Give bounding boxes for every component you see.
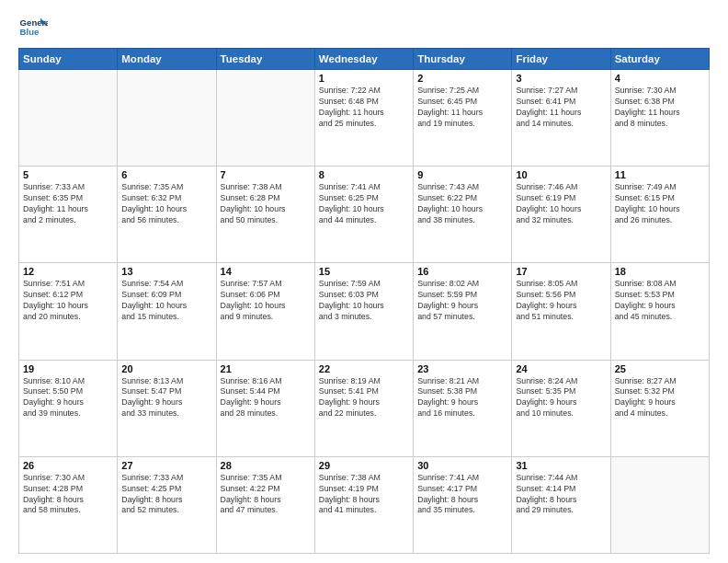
day-info: Sunrise: 8:24 AMSunset: 5:35 PMDaylight:… — [516, 376, 606, 420]
day-info: Sunrise: 8:10 AMSunset: 5:50 PMDaylight:… — [23, 376, 113, 420]
day-number: 18 — [615, 266, 705, 277]
calendar-cell — [19, 70, 118, 167]
day-number: 22 — [319, 363, 409, 374]
day-info: Sunrise: 7:54 AMSunset: 6:09 PMDaylight:… — [121, 279, 211, 323]
day-number: 31 — [516, 460, 606, 471]
calendar-cell: 29Sunrise: 7:38 AMSunset: 4:19 PMDayligh… — [314, 456, 413, 553]
calendar-cell: 11Sunrise: 7:49 AMSunset: 6:15 PMDayligh… — [610, 167, 709, 263]
day-number: 23 — [417, 363, 507, 374]
calendar-cell — [610, 456, 709, 553]
calendar-cell: 4Sunrise: 7:30 AMSunset: 6:38 PMDaylight… — [610, 70, 709, 167]
day-info: Sunrise: 7:30 AMSunset: 6:38 PMDaylight:… — [615, 86, 705, 130]
calendar-header-thursday: Thursday — [414, 49, 512, 70]
day-info: Sunrise: 7:41 AMSunset: 4:17 PMDaylight:… — [417, 473, 507, 517]
calendar-cell: 28Sunrise: 7:35 AMSunset: 4:22 PMDayligh… — [216, 456, 314, 553]
day-info: Sunrise: 8:19 AMSunset: 5:41 PMDaylight:… — [319, 376, 409, 420]
day-number: 15 — [319, 266, 409, 277]
calendar-week-1: 5Sunrise: 7:33 AMSunset: 6:35 PMDaylight… — [19, 167, 710, 263]
day-number: 11 — [615, 169, 705, 180]
svg-text:Blue: Blue — [20, 27, 40, 37]
day-number: 21 — [221, 363, 311, 374]
day-number: 29 — [319, 460, 409, 471]
day-number: 3 — [516, 73, 606, 84]
day-number: 27 — [121, 460, 211, 471]
calendar-cell: 24Sunrise: 8:24 AMSunset: 5:35 PMDayligh… — [512, 360, 610, 456]
day-number: 30 — [417, 460, 507, 471]
day-number: 24 — [516, 363, 606, 374]
calendar-cell: 5Sunrise: 7:33 AMSunset: 6:35 PMDaylight… — [19, 167, 118, 263]
day-info: Sunrise: 7:35 AMSunset: 4:22 PMDaylight:… — [221, 473, 311, 517]
day-number: 13 — [121, 266, 211, 277]
day-number: 4 — [615, 73, 705, 84]
day-number: 5 — [23, 169, 113, 180]
day-info: Sunrise: 8:27 AMSunset: 5:32 PMDaylight:… — [615, 376, 705, 420]
day-info: Sunrise: 7:49 AMSunset: 6:15 PMDaylight:… — [615, 182, 705, 226]
day-number: 2 — [417, 73, 507, 84]
day-info: Sunrise: 7:33 AMSunset: 6:35 PMDaylight:… — [23, 182, 113, 226]
calendar-header-row: SundayMondayTuesdayWednesdayThursdayFrid… — [19, 49, 710, 70]
day-number: 12 — [23, 266, 113, 277]
logo: General Blue — [18, 15, 48, 40]
calendar-cell: 6Sunrise: 7:35 AMSunset: 6:32 PMDaylight… — [118, 167, 216, 263]
calendar-cell: 12Sunrise: 7:51 AMSunset: 6:12 PMDayligh… — [19, 263, 118, 360]
day-number: 26 — [23, 460, 113, 471]
day-number: 9 — [417, 169, 507, 180]
day-info: Sunrise: 8:21 AMSunset: 5:38 PMDaylight:… — [417, 376, 507, 420]
calendar-cell: 2Sunrise: 7:25 AMSunset: 6:45 PMDaylight… — [414, 70, 512, 167]
calendar-table: SundayMondayTuesdayWednesdayThursdayFrid… — [18, 48, 710, 554]
page: General Blue SundayMondayTuesdayWednesda… — [0, 0, 728, 563]
calendar-cell — [216, 70, 314, 167]
calendar-week-0: 1Sunrise: 7:22 AMSunset: 6:48 PMDaylight… — [19, 70, 710, 167]
day-info: Sunrise: 7:30 AMSunset: 4:28 PMDaylight:… — [23, 473, 113, 517]
calendar-cell: 31Sunrise: 7:44 AMSunset: 4:14 PMDayligh… — [512, 456, 610, 553]
calendar-cell: 22Sunrise: 8:19 AMSunset: 5:41 PMDayligh… — [314, 360, 413, 456]
calendar-cell: 23Sunrise: 8:21 AMSunset: 5:38 PMDayligh… — [414, 360, 512, 456]
day-info: Sunrise: 7:59 AMSunset: 6:03 PMDaylight:… — [319, 279, 409, 323]
calendar-cell: 15Sunrise: 7:59 AMSunset: 6:03 PMDayligh… — [314, 263, 413, 360]
day-info: Sunrise: 8:08 AMSunset: 5:53 PMDaylight:… — [615, 279, 705, 323]
calendar-cell — [118, 70, 216, 167]
calendar-header-sunday: Sunday — [19, 49, 118, 70]
calendar-week-3: 19Sunrise: 8:10 AMSunset: 5:50 PMDayligh… — [19, 360, 710, 456]
day-info: Sunrise: 7:43 AMSunset: 6:22 PMDaylight:… — [417, 182, 507, 226]
day-info: Sunrise: 7:57 AMSunset: 6:06 PMDaylight:… — [221, 279, 311, 323]
day-info: Sunrise: 7:33 AMSunset: 4:25 PMDaylight:… — [121, 473, 211, 517]
day-info: Sunrise: 7:25 AMSunset: 6:45 PMDaylight:… — [417, 86, 507, 130]
day-number: 8 — [319, 169, 409, 180]
day-info: Sunrise: 7:38 AMSunset: 4:19 PMDaylight:… — [319, 473, 409, 517]
logo-icon: General Blue — [18, 15, 48, 40]
calendar-week-4: 26Sunrise: 7:30 AMSunset: 4:28 PMDayligh… — [19, 456, 710, 553]
day-number: 1 — [319, 73, 409, 84]
day-number: 7 — [221, 169, 311, 180]
calendar-cell: 14Sunrise: 7:57 AMSunset: 6:06 PMDayligh… — [216, 263, 314, 360]
calendar-cell: 13Sunrise: 7:54 AMSunset: 6:09 PMDayligh… — [118, 263, 216, 360]
day-info: Sunrise: 8:05 AMSunset: 5:56 PMDaylight:… — [516, 279, 606, 323]
calendar-header-tuesday: Tuesday — [216, 49, 314, 70]
day-info: Sunrise: 7:22 AMSunset: 6:48 PMDaylight:… — [319, 86, 409, 130]
calendar-cell: 25Sunrise: 8:27 AMSunset: 5:32 PMDayligh… — [610, 360, 709, 456]
day-number: 28 — [221, 460, 311, 471]
day-info: Sunrise: 7:46 AMSunset: 6:19 PMDaylight:… — [516, 182, 606, 226]
calendar-cell: 27Sunrise: 7:33 AMSunset: 4:25 PMDayligh… — [118, 456, 216, 553]
calendar-cell: 26Sunrise: 7:30 AMSunset: 4:28 PMDayligh… — [19, 456, 118, 553]
calendar-cell: 19Sunrise: 8:10 AMSunset: 5:50 PMDayligh… — [19, 360, 118, 456]
calendar-cell: 16Sunrise: 8:02 AMSunset: 5:59 PMDayligh… — [414, 263, 512, 360]
calendar-cell: 9Sunrise: 7:43 AMSunset: 6:22 PMDaylight… — [414, 167, 512, 263]
calendar-cell: 3Sunrise: 7:27 AMSunset: 6:41 PMDaylight… — [512, 70, 610, 167]
calendar-cell: 21Sunrise: 8:16 AMSunset: 5:44 PMDayligh… — [216, 360, 314, 456]
calendar-cell: 8Sunrise: 7:41 AMSunset: 6:25 PMDaylight… — [314, 167, 413, 263]
calendar-header-saturday: Saturday — [610, 49, 709, 70]
calendar-cell: 10Sunrise: 7:46 AMSunset: 6:19 PMDayligh… — [512, 167, 610, 263]
calendar-week-2: 12Sunrise: 7:51 AMSunset: 6:12 PMDayligh… — [19, 263, 710, 360]
calendar-cell: 30Sunrise: 7:41 AMSunset: 4:17 PMDayligh… — [414, 456, 512, 553]
day-info: Sunrise: 8:16 AMSunset: 5:44 PMDaylight:… — [221, 376, 311, 420]
header: General Blue — [18, 15, 710, 40]
day-number: 14 — [221, 266, 311, 277]
day-number: 10 — [516, 169, 606, 180]
calendar-header-friday: Friday — [512, 49, 610, 70]
day-info: Sunrise: 8:02 AMSunset: 5:59 PMDaylight:… — [417, 279, 507, 323]
calendar-cell: 1Sunrise: 7:22 AMSunset: 6:48 PMDaylight… — [314, 70, 413, 167]
calendar-header-wednesday: Wednesday — [314, 49, 413, 70]
calendar-cell: 18Sunrise: 8:08 AMSunset: 5:53 PMDayligh… — [610, 263, 709, 360]
calendar-header-monday: Monday — [118, 49, 216, 70]
